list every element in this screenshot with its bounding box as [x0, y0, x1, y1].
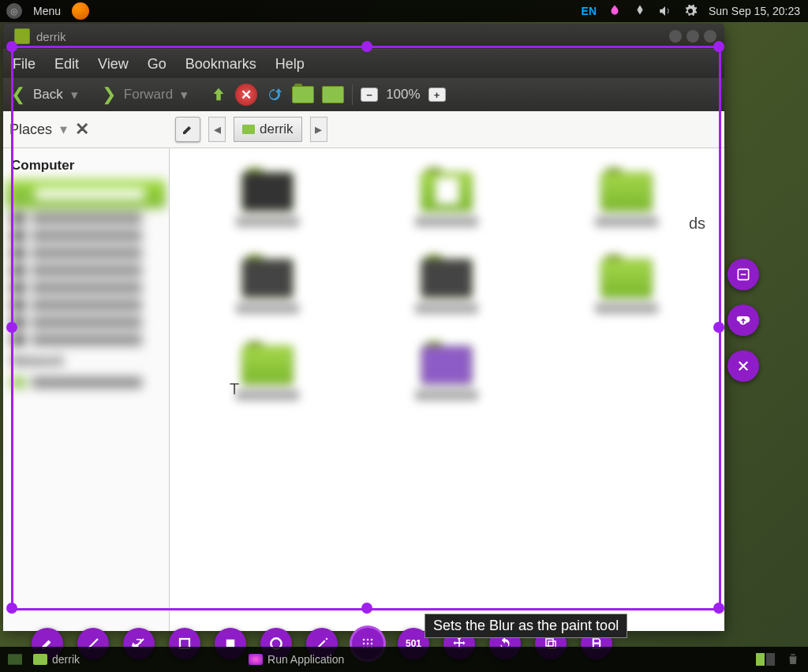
folder-item[interactable]: [381, 172, 514, 227]
svg-rect-15: [8, 654, 22, 665]
breadcrumb-current[interactable]: derrik: [234, 117, 302, 142]
menubar: File Edit View Go Bookmarks Help: [3, 49, 724, 78]
sidebar-item[interactable]: [3, 279, 169, 297]
capture-handle-w[interactable]: [6, 322, 17, 333]
sidebar-group-computer: Computer: [3, 153, 169, 178]
folder-item[interactable]: [201, 172, 334, 227]
menu-edit[interactable]: Edit: [54, 56, 79, 73]
menu-file[interactable]: File: [13, 56, 36, 73]
folder-icon: [242, 125, 255, 134]
sidebar-item[interactable]: [3, 210, 169, 227]
breadcrumb-label: derrik: [260, 121, 294, 137]
window-close-button[interactable]: [704, 30, 716, 43]
back-button[interactable]: Back: [33, 87, 63, 103]
sidebar-group-network: Network: [3, 349, 169, 374]
menu-view[interactable]: View: [98, 56, 129, 73]
capture-pin-button[interactable]: [728, 259, 759, 290]
forward-dropdown-icon[interactable]: ▾: [181, 87, 188, 103]
capture-handle-sw[interactable]: [6, 603, 17, 614]
panel-menu-button[interactable]: Menu: [27, 5, 67, 17]
flame-icon: [249, 654, 263, 665]
settings-indicator-icon[interactable]: [683, 4, 698, 18]
sidebar-item[interactable]: [3, 227, 169, 245]
dock-item-label: derrik: [52, 653, 80, 666]
capture-handle-e[interactable]: [713, 322, 724, 333]
sidebar-item[interactable]: [3, 314, 169, 331]
places-sidebar: Computer Network: [3, 148, 170, 631]
sidebar-item-home[interactable]: [6, 180, 166, 208]
svg-point-7: [363, 643, 365, 645]
computer-button[interactable]: [322, 86, 344, 103]
capture-handle-se[interactable]: [713, 603, 724, 614]
places-close-icon[interactable]: ✕: [75, 119, 89, 140]
sidebar-item[interactable]: [3, 331, 169, 349]
places-label[interactable]: Places: [9, 121, 52, 138]
folder-icon: [33, 654, 47, 665]
trash-icon[interactable]: [786, 652, 800, 666]
reload-button[interactable]: [265, 85, 284, 104]
sidebar-item[interactable]: [3, 262, 169, 279]
workspace-switcher-icon[interactable]: [756, 653, 775, 666]
breadcrumb-next-icon[interactable]: ▸: [310, 117, 327, 142]
toolbar: ❮ Back ▾ ❯ Forward ▾ ✕ − 100% +: [3, 78, 724, 111]
window-maximize-button[interactable]: [686, 30, 699, 43]
sidebar-item[interactable]: [3, 245, 169, 262]
folder-item[interactable]: [381, 259, 514, 314]
indicator-area: EN Sun Sep 15, 20:23: [582, 4, 808, 18]
file-manager-window: derrik File Edit View Go Bookmarks Help …: [3, 24, 724, 631]
places-dropdown-icon[interactable]: ▾: [60, 121, 67, 138]
flameshot-tray-icon[interactable]: [608, 4, 622, 18]
capture-upload-button[interactable]: [728, 304, 759, 336]
svg-point-9: [371, 643, 373, 645]
capture-handle-s[interactable]: [361, 603, 372, 614]
path-edit-button[interactable]: [175, 117, 200, 142]
folder-item[interactable]: [201, 345, 334, 401]
home-button[interactable]: [292, 86, 314, 103]
sidebar-item[interactable]: [3, 297, 169, 314]
show-desktop-icon[interactable]: [8, 654, 22, 665]
up-icon[interactable]: [210, 86, 227, 103]
location-bar: Places ▾ ✕ ◂ derrik ▸: [3, 111, 724, 148]
svg-point-4: [363, 639, 365, 641]
folder-item[interactable]: [560, 172, 693, 227]
content-pane[interactable]: ds T: [170, 148, 724, 631]
dock-item-file-manager[interactable]: derrik: [33, 653, 80, 666]
svg-rect-17: [766, 653, 775, 666]
dock-item-run[interactable]: Run Application: [249, 653, 344, 666]
svg-point-6: [371, 639, 373, 641]
capture-handle-n[interactable]: [361, 41, 372, 52]
stop-button[interactable]: ✕: [235, 84, 257, 106]
zoom-in-button[interactable]: +: [428, 88, 446, 102]
svg-rect-13: [546, 639, 553, 646]
top-panel: ◎ Menu EN Sun Sep 15, 20:23: [0, 0, 808, 22]
menu-help[interactable]: Help: [275, 56, 305, 73]
volume-indicator-icon[interactable]: [658, 4, 672, 18]
folder-item[interactable]: [201, 259, 334, 314]
zoom-out-button[interactable]: −: [361, 88, 378, 102]
back-icon[interactable]: ❮: [11, 84, 25, 105]
firefox-icon[interactable]: [72, 2, 89, 20]
menu-bookmarks[interactable]: Bookmarks: [185, 56, 256, 73]
sidebar-item[interactable]: [3, 374, 169, 391]
tooltip: Sets the Blur as the paint tool: [425, 614, 627, 638]
back-dropdown-icon[interactable]: ▾: [71, 87, 78, 103]
forward-icon[interactable]: ❯: [102, 84, 116, 105]
folder-item[interactable]: [560, 259, 693, 314]
network-indicator-icon[interactable]: [633, 4, 647, 18]
distro-logo-icon[interactable]: ◎: [6, 3, 22, 19]
menu-go[interactable]: Go: [148, 56, 166, 73]
svg-point-8: [367, 643, 369, 645]
capture-handle-ne[interactable]: [713, 41, 724, 52]
breadcrumb-prev-icon[interactable]: ◂: [208, 117, 226, 142]
bottom-panel: derrik Run Application: [0, 647, 808, 672]
forward-button[interactable]: Forward: [124, 87, 173, 103]
desktop: ◎ Menu EN Sun Sep 15, 20:23 derrik: [0, 0, 808, 672]
capture-handle-nw[interactable]: [6, 41, 17, 52]
zoom-level: 100%: [386, 87, 420, 103]
window-minimize-button[interactable]: [669, 30, 682, 43]
folder-item[interactable]: [381, 345, 514, 401]
clock[interactable]: Sun Sep 15, 20:23: [709, 5, 800, 17]
dock-item-label: Run Application: [267, 653, 344, 666]
capture-close-button[interactable]: [728, 350, 759, 382]
keyboard-layout-indicator[interactable]: EN: [582, 5, 597, 17]
